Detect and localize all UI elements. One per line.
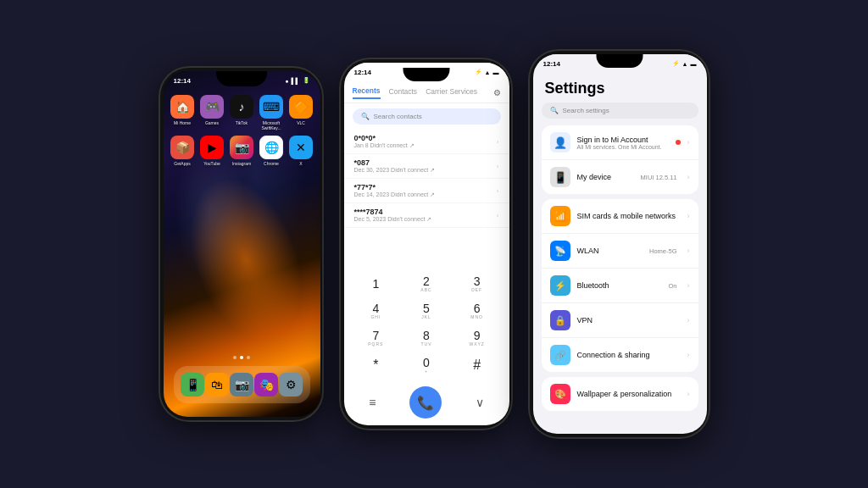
phone3-screen: 12:14 ⚡ ▲ ▬ Settings 🔍 Search settings: [533, 54, 707, 434]
status-icons: ● ▌▌ 🔋: [285, 77, 309, 84]
key-3[interactable]: 3DEF: [459, 271, 496, 297]
dock-gallery[interactable]: 🎭: [254, 373, 278, 396]
settings-title: Settings: [533, 73, 707, 103]
app-mi-home[interactable]: 🏠 Mi Home: [170, 95, 195, 130]
chevron-down-icon[interactable]: ∨: [476, 396, 484, 409]
keypad-row-1: 1 2ABC 3DEF: [351, 271, 503, 297]
settings-section-account: 👤 Sign in to Mi Account All Mi services.…: [542, 125, 698, 194]
call-button[interactable]: 📞: [409, 386, 442, 419]
key-star[interactable]: *: [357, 352, 394, 378]
sim-cards-icon: 📶: [550, 206, 570, 226]
settings-wlan[interactable]: 📡 WLAN Home-5G ›: [542, 234, 698, 269]
key-hash[interactable]: #: [459, 352, 496, 378]
key-7[interactable]: 7PQRS: [357, 325, 394, 351]
battery-status-icon: ▬: [493, 69, 499, 75]
key-4[interactable]: 4GHI: [357, 298, 394, 324]
dock-phone[interactable]: 📱: [181, 373, 204, 396]
call-info-3: *77*7* Dec 14, 2023 Didn't connect ↗: [354, 183, 436, 198]
key-0[interactable]: 0+: [408, 352, 445, 378]
my-device-text: My device: [577, 173, 634, 181]
settings-mi-account[interactable]: 👤 Sign in to Mi Account All Mi services.…: [542, 125, 698, 160]
call-item-1[interactable]: 0*0*0* Jan 8 Didn't connect ↗ ›: [344, 130, 509, 154]
app-tiktok[interactable]: ♪ TikTok: [230, 95, 254, 130]
call-number-1: 0*0*0*: [354, 134, 415, 142]
mi-account-chevron: ›: [687, 138, 690, 147]
app-instagram[interactable]: 📷 Instagram: [230, 136, 254, 166]
settings-vpn[interactable]: 🔒 VPN ›: [542, 303, 698, 338]
app-chrome[interactable]: 🌐 Chrome: [259, 136, 284, 166]
bluetooth-status-icon: ⚡: [475, 69, 482, 75]
dock-settings[interactable]: ⚙: [279, 373, 303, 396]
connection-sharing-label: Connection & sharing: [577, 351, 681, 359]
search-bar[interactable]: 🔍 Search contacts: [353, 108, 501, 125]
page-dots: [164, 356, 320, 359]
key-2[interactable]: 2ABC: [408, 271, 445, 297]
dock-camera[interactable]: 📷: [230, 373, 253, 396]
tab-contacts[interactable]: Contacts: [389, 87, 418, 98]
sim-cards-text: SIM cards & mobile networks: [577, 212, 681, 220]
battery-icon: 🔋: [303, 77, 310, 84]
home-background: 12:14 ● ▌▌ 🔋 🏠 Mi Home 🎮 Games: [164, 71, 320, 417]
mi-account-text: Sign in to Mi Account All Mi services. O…: [577, 136, 669, 150]
settings-my-device[interactable]: 📱 My device MIUI 12.5.11 ›: [542, 160, 698, 194]
settings-time: 12:14: [543, 60, 560, 68]
app-swiftkey[interactable]: ⌨ Microsoft SwiftKey...: [259, 95, 284, 130]
wifi-icon: ●: [285, 78, 288, 84]
settings-sim-cards[interactable]: 📶 SIM cards & mobile networks ›: [542, 199, 698, 234]
app-x[interactable]: ✕ X: [289, 136, 314, 166]
sim-cards-chevron: ›: [687, 212, 690, 220]
settings-search-icon: 🔍: [550, 107, 559, 114]
settings-bluetooth[interactable]: ⚡ Bluetooth On ›: [542, 269, 698, 303]
dock: 📱 🛍 📷 🎭 ⚙: [174, 366, 310, 403]
settings-search-placeholder: Search settings: [563, 107, 609, 114]
app-vlc[interactable]: 🔶 VLC: [289, 95, 314, 130]
tab-recents[interactable]: Recents: [353, 86, 381, 99]
search-icon: 🔍: [361, 113, 370, 120]
mi-account-sub: All Mi services. One Mi Account.: [577, 144, 669, 150]
key-5[interactable]: 5JKL: [408, 298, 445, 324]
call-item-3[interactable]: *77*7* Dec 14, 2023 Didn't connect ↗ ›: [344, 179, 509, 203]
call-info-2: *087 Dec 30, 2023 Didn't connect ↗: [354, 158, 436, 174]
dialer-content: 12:14 ⚡ ▲ ▬ Recents Contacts Carrier Ser…: [344, 63, 509, 425]
dialer-settings-icon[interactable]: ⚙: [493, 88, 501, 97]
search-placeholder: Search contacts: [374, 113, 422, 120]
call-item-4[interactable]: ****7874 Dec 5, 2023 Didn't connect ↗ ›: [344, 203, 509, 228]
app-games[interactable]: 🎮 Games: [200, 95, 225, 130]
tab-carrier-services[interactable]: Carrier Services: [426, 87, 477, 98]
connection-sharing-chevron: ›: [687, 351, 690, 359]
key-6[interactable]: 6MNO: [459, 298, 496, 324]
menu-icon[interactable]: ≡: [369, 396, 376, 409]
sim-cards-label: SIM cards & mobile networks: [577, 212, 681, 220]
app-getapps[interactable]: 📦 GetApps: [170, 136, 195, 166]
keypad-row-2: 4GHI 5JKL 6MNO: [351, 298, 503, 324]
wallpaper-chevron: ›: [687, 390, 690, 398]
wlan-label: WLAN: [577, 247, 643, 255]
wallpaper-text: Wallpaper & personalization: [577, 390, 681, 398]
my-device-chevron: ›: [687, 173, 690, 181]
key-1[interactable]: 1: [357, 271, 394, 297]
call-item-2[interactable]: *087 Dec 30, 2023 Didn't connect ↗ ›: [344, 154, 509, 179]
call-detail-2: Dec 30, 2023 Didn't connect ↗: [354, 167, 436, 174]
call-number-2: *087: [354, 158, 436, 167]
wlan-chevron: ›: [687, 247, 690, 255]
settings-search[interactable]: 🔍 Search settings: [542, 103, 698, 119]
call-info-4: ****7874 Dec 5, 2023 Didn't connect ↗: [354, 208, 432, 223]
call-detail-3: Dec 14, 2023 Didn't connect ↗: [354, 191, 436, 198]
app-youtube[interactable]: ▶ YouTube: [200, 136, 225, 166]
bluetooth-icon: ⚡: [550, 275, 570, 296]
settings-battery-icon: ▬: [691, 61, 697, 67]
dock-apps[interactable]: 🛍: [205, 373, 229, 396]
settings-connection-sharing[interactable]: 🔗 Connection & sharing ›: [542, 338, 698, 372]
dialer-actions: ≡ 📞 ∨: [344, 383, 509, 425]
settings-wallpaper[interactable]: 🎨 Wallpaper & personalization ›: [542, 377, 698, 411]
dot-1: [233, 356, 236, 359]
settings-section-network: 📶 SIM cards & mobile networks › 📡 WLAN H…: [542, 199, 698, 372]
key-8[interactable]: 8TUV: [408, 325, 445, 351]
phone3-settings: 12:14 ⚡ ▲ ▬ Settings 🔍 Search settings: [528, 49, 710, 439]
key-9[interactable]: 9WXYZ: [459, 325, 496, 351]
settings-wifi-icon: ▲: [682, 61, 688, 67]
app-grid: 🏠 Mi Home 🎮 Games ♪ TikTok ⌨ Microsoft S…: [170, 95, 314, 166]
bluetooth-text: Bluetooth: [577, 281, 662, 290]
notch: [216, 71, 267, 86]
mi-account-notification-dot: [676, 140, 681, 145]
